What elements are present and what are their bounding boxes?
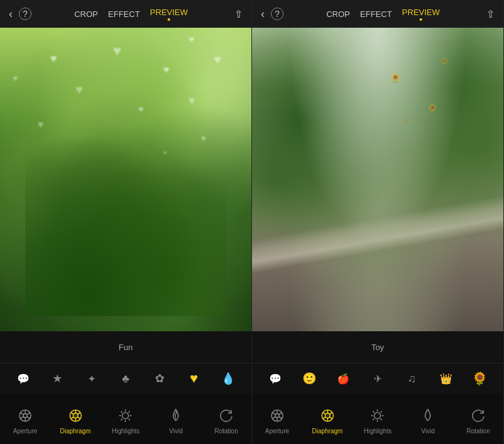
left-aperture-icon xyxy=(16,406,35,425)
right-crop-btn[interactable]: CROP xyxy=(321,7,355,21)
left-filter-drop[interactable]: 💧 xyxy=(217,367,239,390)
left-vivid-icon xyxy=(166,406,185,425)
right-effect-btn[interactable]: EFFECT xyxy=(355,7,398,21)
right-photo: 🌻 🌻 🌻 🌻 xyxy=(252,28,503,331)
right-filter-plane[interactable]: ✈ xyxy=(366,367,389,390)
right-filter-label: Toy xyxy=(252,343,503,352)
right-preview-btn[interactable]: PREVIEW xyxy=(397,5,445,23)
left-filter-star1[interactable]: ★ xyxy=(46,367,69,390)
left-tool-vivid[interactable]: Vivid xyxy=(151,406,201,435)
left-rotation-icon xyxy=(217,406,236,425)
left-nav-center: CROP EFFECT PREVIEW xyxy=(69,5,193,23)
left-share-icon[interactable]: ⇧ xyxy=(231,6,246,23)
left-filter-flower[interactable]: ✿ xyxy=(149,367,171,390)
left-crop-btn[interactable]: CROP xyxy=(69,7,103,21)
left-help-icon[interactable]: ? xyxy=(19,8,32,20)
left-rotation-label: Rotation xyxy=(214,428,238,435)
svg-line-6 xyxy=(20,416,23,418)
right-nav-right: ⇧ xyxy=(483,6,498,23)
svg-point-41 xyxy=(374,413,381,419)
right-tool-diaphragm[interactable]: Diaphragm xyxy=(302,406,353,435)
right-bokeh-overlay: 🌻 🌻 🌻 🌻 xyxy=(252,28,503,331)
left-photo: ♥ ♥ ♥ ♥ ♥ ♥ ♥ ♥ ♥ ♥ ♥ ♥ xyxy=(0,28,251,331)
left-filter-star2[interactable]: ✦ xyxy=(80,367,103,390)
right-back-icon[interactable]: ‹ xyxy=(257,5,268,23)
left-bottom-toolbar: Aperture Diaphragm xyxy=(0,394,251,444)
svg-line-11 xyxy=(77,413,79,414)
right-path-overlay xyxy=(252,149,503,331)
right-diaphragm-icon xyxy=(318,406,337,425)
svg-line-39 xyxy=(323,417,326,419)
left-aperture-label: Aperture xyxy=(13,428,37,435)
right-share-icon[interactable]: ⇧ xyxy=(483,6,498,23)
left-filter-label: Fun xyxy=(0,343,251,352)
right-nav-bar: ‹ ? CROP EFFECT PREVIEW ⇧ xyxy=(252,0,503,28)
left-tool-aperture[interactable]: Aperture xyxy=(0,406,50,435)
left-diaphragm-label: Diaphragm xyxy=(60,428,91,435)
right-tool-vivid[interactable]: Vivid xyxy=(403,406,453,435)
svg-line-7 xyxy=(20,413,23,414)
left-preview-btn[interactable]: PREVIEW xyxy=(145,5,193,23)
left-effect-btn[interactable]: EFFECT xyxy=(103,7,146,21)
left-filter-icons: 💬 ★ ✦ ♣ ✿ ♥ 💧 xyxy=(0,363,251,394)
svg-point-16 xyxy=(122,413,129,419)
right-image-area: 🌻 🌻 🌻 🌻 xyxy=(252,28,503,331)
svg-line-29 xyxy=(278,416,282,418)
right-tool-aperture[interactable]: Aperture xyxy=(252,406,302,435)
right-aperture-icon xyxy=(268,406,287,425)
left-panel: ‹ ? CROP EFFECT PREVIEW ⇧ ♥ ♥ ♥ ♥ ♥ ♥ ♥ … xyxy=(0,0,252,444)
right-tool-rotation[interactable]: Rotation xyxy=(453,406,503,435)
right-rotation-icon xyxy=(469,406,488,425)
left-highlights-label: Highlights xyxy=(112,428,140,435)
right-highlights-icon xyxy=(368,406,387,425)
right-diaphragm-label: Diaphragm xyxy=(312,428,343,435)
right-rotation-label: Rotation xyxy=(466,428,490,435)
right-filter-butterfly[interactable]: 🌻 xyxy=(469,367,491,390)
left-nav-right: ⇧ xyxy=(231,6,246,23)
right-vivid-icon xyxy=(418,406,437,425)
right-filter-row-wrapper: Toy xyxy=(252,331,503,363)
left-filter-club[interactable]: ♣ xyxy=(114,367,137,390)
svg-line-36 xyxy=(329,413,331,414)
svg-line-4 xyxy=(26,416,30,418)
left-bokeh-overlay: ♥ ♥ ♥ ♥ ♥ ♥ ♥ ♥ ♥ ♥ ♥ ♥ xyxy=(0,28,251,331)
right-filter-crown[interactable]: 👑 xyxy=(435,367,457,390)
right-bottom-toolbar: Aperture Diaphragm xyxy=(252,394,503,444)
svg-line-47 xyxy=(381,419,382,420)
svg-line-40 xyxy=(323,413,326,414)
right-filter-note[interactable]: ♫ xyxy=(401,367,423,390)
left-highlights-icon xyxy=(116,406,135,425)
left-filter-chat[interactable]: 💬 xyxy=(12,367,35,390)
left-tool-rotation[interactable]: Rotation xyxy=(201,406,251,435)
clover-overlay xyxy=(25,104,226,316)
right-help-icon[interactable]: ? xyxy=(271,8,284,20)
left-nav-left: ‹ ? xyxy=(5,5,32,23)
svg-line-22 xyxy=(129,419,130,420)
left-tool-diaphragm[interactable]: Diaphragm xyxy=(50,406,101,435)
right-nav-center: CROP EFFECT PREVIEW xyxy=(321,5,445,23)
svg-line-49 xyxy=(373,419,374,420)
right-aperture-label: Aperture xyxy=(265,428,289,435)
right-filter-icons: 💬 🙂 🍎 ✈ ♫ 👑 🌻 xyxy=(252,363,503,394)
svg-line-31 xyxy=(272,416,275,418)
left-vivid-label: Vivid xyxy=(169,428,183,435)
svg-line-23 xyxy=(129,411,130,412)
svg-line-15 xyxy=(71,413,74,414)
right-vivid-label: Vivid xyxy=(421,428,435,435)
svg-line-32 xyxy=(272,413,275,414)
right-filter-smile[interactable]: 🙂 xyxy=(298,367,321,390)
right-filter-apple[interactable]: 🍎 xyxy=(332,367,355,390)
svg-line-21 xyxy=(121,411,122,412)
right-tool-highlights[interactable]: Highlights xyxy=(353,406,403,435)
left-filter-heart[interactable]: ♥ xyxy=(183,367,205,390)
right-filter-chat[interactable]: 💬 xyxy=(264,367,287,390)
svg-line-28 xyxy=(278,413,282,414)
svg-line-24 xyxy=(121,419,122,420)
left-back-icon[interactable]: ‹ xyxy=(5,5,16,23)
svg-line-48 xyxy=(381,411,382,412)
svg-line-37 xyxy=(329,417,331,419)
right-highlights-label: Highlights xyxy=(364,428,392,435)
left-tool-highlights[interactable]: Highlights xyxy=(101,406,151,435)
right-panel: ‹ ? CROP EFFECT PREVIEW ⇧ 🌻 🌻 🌻 🌻 Toy xyxy=(252,0,504,444)
right-nav-left: ‹ ? xyxy=(257,5,284,23)
